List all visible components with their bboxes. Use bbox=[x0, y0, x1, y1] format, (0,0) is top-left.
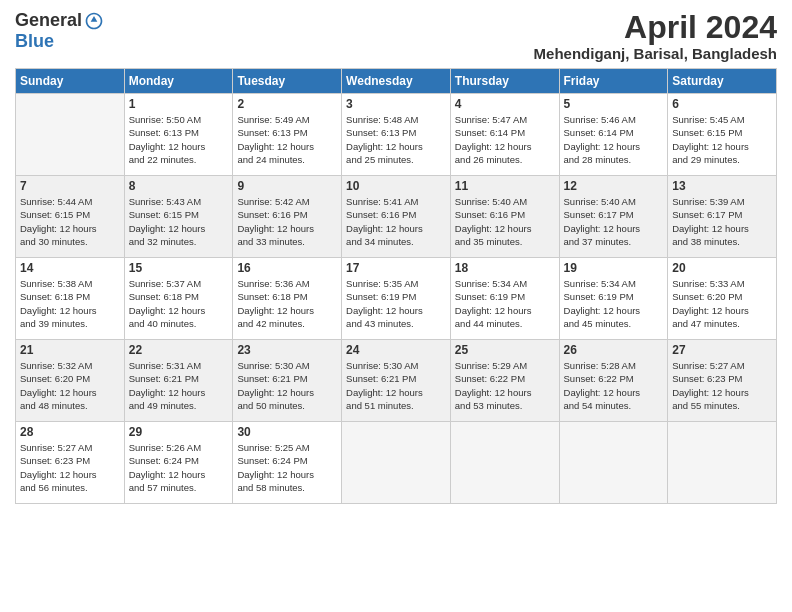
day-number: 1 bbox=[129, 97, 229, 111]
table-row: 24Sunrise: 5:30 AM Sunset: 6:21 PM Dayli… bbox=[342, 340, 451, 422]
day-number: 13 bbox=[672, 179, 772, 193]
logo-icon bbox=[84, 11, 104, 31]
table-row: 21Sunrise: 5:32 AM Sunset: 6:20 PM Dayli… bbox=[16, 340, 125, 422]
header-wednesday: Wednesday bbox=[342, 69, 451, 94]
day-info: Sunrise: 5:50 AM Sunset: 6:13 PM Dayligh… bbox=[129, 113, 229, 166]
table-row: 9Sunrise: 5:42 AM Sunset: 6:16 PM Daylig… bbox=[233, 176, 342, 258]
day-number: 20 bbox=[672, 261, 772, 275]
day-info: Sunrise: 5:45 AM Sunset: 6:15 PM Dayligh… bbox=[672, 113, 772, 166]
table-row: 26Sunrise: 5:28 AM Sunset: 6:22 PM Dayli… bbox=[559, 340, 668, 422]
day-info: Sunrise: 5:30 AM Sunset: 6:21 PM Dayligh… bbox=[237, 359, 337, 412]
header-thursday: Thursday bbox=[450, 69, 559, 94]
logo: General Blue bbox=[15, 10, 104, 52]
day-info: Sunrise: 5:39 AM Sunset: 6:17 PM Dayligh… bbox=[672, 195, 772, 248]
day-number: 27 bbox=[672, 343, 772, 357]
day-number: 28 bbox=[20, 425, 120, 439]
month-title: April 2024 bbox=[534, 10, 777, 45]
day-number: 5 bbox=[564, 97, 664, 111]
calendar-week-row: 1Sunrise: 5:50 AM Sunset: 6:13 PM Daylig… bbox=[16, 94, 777, 176]
day-number: 7 bbox=[20, 179, 120, 193]
day-info: Sunrise: 5:33 AM Sunset: 6:20 PM Dayligh… bbox=[672, 277, 772, 330]
table-row: 16Sunrise: 5:36 AM Sunset: 6:18 PM Dayli… bbox=[233, 258, 342, 340]
table-row: 10Sunrise: 5:41 AM Sunset: 6:16 PM Dayli… bbox=[342, 176, 451, 258]
day-number: 24 bbox=[346, 343, 446, 357]
day-number: 21 bbox=[20, 343, 120, 357]
table-row: 17Sunrise: 5:35 AM Sunset: 6:19 PM Dayli… bbox=[342, 258, 451, 340]
table-row: 20Sunrise: 5:33 AM Sunset: 6:20 PM Dayli… bbox=[668, 258, 777, 340]
day-info: Sunrise: 5:28 AM Sunset: 6:22 PM Dayligh… bbox=[564, 359, 664, 412]
day-number: 26 bbox=[564, 343, 664, 357]
day-number: 22 bbox=[129, 343, 229, 357]
day-number: 9 bbox=[237, 179, 337, 193]
table-row bbox=[559, 422, 668, 504]
day-number: 6 bbox=[672, 97, 772, 111]
day-info: Sunrise: 5:43 AM Sunset: 6:15 PM Dayligh… bbox=[129, 195, 229, 248]
table-row: 13Sunrise: 5:39 AM Sunset: 6:17 PM Dayli… bbox=[668, 176, 777, 258]
day-info: Sunrise: 5:46 AM Sunset: 6:14 PM Dayligh… bbox=[564, 113, 664, 166]
day-info: Sunrise: 5:44 AM Sunset: 6:15 PM Dayligh… bbox=[20, 195, 120, 248]
day-info: Sunrise: 5:40 AM Sunset: 6:16 PM Dayligh… bbox=[455, 195, 555, 248]
table-row: 5Sunrise: 5:46 AM Sunset: 6:14 PM Daylig… bbox=[559, 94, 668, 176]
table-row: 22Sunrise: 5:31 AM Sunset: 6:21 PM Dayli… bbox=[124, 340, 233, 422]
calendar-table: Sunday Monday Tuesday Wednesday Thursday… bbox=[15, 68, 777, 504]
day-number: 4 bbox=[455, 97, 555, 111]
header-monday: Monday bbox=[124, 69, 233, 94]
table-row: 1Sunrise: 5:50 AM Sunset: 6:13 PM Daylig… bbox=[124, 94, 233, 176]
day-info: Sunrise: 5:42 AM Sunset: 6:16 PM Dayligh… bbox=[237, 195, 337, 248]
day-number: 14 bbox=[20, 261, 120, 275]
header-saturday: Saturday bbox=[668, 69, 777, 94]
day-info: Sunrise: 5:37 AM Sunset: 6:18 PM Dayligh… bbox=[129, 277, 229, 330]
table-row: 15Sunrise: 5:37 AM Sunset: 6:18 PM Dayli… bbox=[124, 258, 233, 340]
table-row: 14Sunrise: 5:38 AM Sunset: 6:18 PM Dayli… bbox=[16, 258, 125, 340]
header: General Blue April 2024 Mehendiganj, Bar… bbox=[15, 10, 777, 62]
header-sunday: Sunday bbox=[16, 69, 125, 94]
day-number: 11 bbox=[455, 179, 555, 193]
table-row: 2Sunrise: 5:49 AM Sunset: 6:13 PM Daylig… bbox=[233, 94, 342, 176]
table-row: 28Sunrise: 5:27 AM Sunset: 6:23 PM Dayli… bbox=[16, 422, 125, 504]
day-info: Sunrise: 5:34 AM Sunset: 6:19 PM Dayligh… bbox=[564, 277, 664, 330]
header-friday: Friday bbox=[559, 69, 668, 94]
day-info: Sunrise: 5:30 AM Sunset: 6:21 PM Dayligh… bbox=[346, 359, 446, 412]
day-number: 18 bbox=[455, 261, 555, 275]
day-number: 30 bbox=[237, 425, 337, 439]
day-info: Sunrise: 5:25 AM Sunset: 6:24 PM Dayligh… bbox=[237, 441, 337, 494]
table-row: 7Sunrise: 5:44 AM Sunset: 6:15 PM Daylig… bbox=[16, 176, 125, 258]
calendar-week-row: 28Sunrise: 5:27 AM Sunset: 6:23 PM Dayli… bbox=[16, 422, 777, 504]
day-info: Sunrise: 5:35 AM Sunset: 6:19 PM Dayligh… bbox=[346, 277, 446, 330]
day-info: Sunrise: 5:49 AM Sunset: 6:13 PM Dayligh… bbox=[237, 113, 337, 166]
day-number: 2 bbox=[237, 97, 337, 111]
day-number: 10 bbox=[346, 179, 446, 193]
day-info: Sunrise: 5:40 AM Sunset: 6:17 PM Dayligh… bbox=[564, 195, 664, 248]
table-row: 25Sunrise: 5:29 AM Sunset: 6:22 PM Dayli… bbox=[450, 340, 559, 422]
calendar-header-row: Sunday Monday Tuesday Wednesday Thursday… bbox=[16, 69, 777, 94]
day-number: 17 bbox=[346, 261, 446, 275]
day-number: 19 bbox=[564, 261, 664, 275]
table-row: 30Sunrise: 5:25 AM Sunset: 6:24 PM Dayli… bbox=[233, 422, 342, 504]
day-info: Sunrise: 5:48 AM Sunset: 6:13 PM Dayligh… bbox=[346, 113, 446, 166]
day-info: Sunrise: 5:26 AM Sunset: 6:24 PM Dayligh… bbox=[129, 441, 229, 494]
table-row: 18Sunrise: 5:34 AM Sunset: 6:19 PM Dayli… bbox=[450, 258, 559, 340]
header-tuesday: Tuesday bbox=[233, 69, 342, 94]
day-number: 3 bbox=[346, 97, 446, 111]
title-block: April 2024 Mehendiganj, Barisal, Banglad… bbox=[534, 10, 777, 62]
logo-general: General bbox=[15, 10, 82, 31]
day-number: 8 bbox=[129, 179, 229, 193]
table-row: 23Sunrise: 5:30 AM Sunset: 6:21 PM Dayli… bbox=[233, 340, 342, 422]
table-row: 6Sunrise: 5:45 AM Sunset: 6:15 PM Daylig… bbox=[668, 94, 777, 176]
day-number: 25 bbox=[455, 343, 555, 357]
day-number: 29 bbox=[129, 425, 229, 439]
day-info: Sunrise: 5:34 AM Sunset: 6:19 PM Dayligh… bbox=[455, 277, 555, 330]
day-info: Sunrise: 5:41 AM Sunset: 6:16 PM Dayligh… bbox=[346, 195, 446, 248]
calendar-week-row: 14Sunrise: 5:38 AM Sunset: 6:18 PM Dayli… bbox=[16, 258, 777, 340]
day-number: 16 bbox=[237, 261, 337, 275]
table-row bbox=[16, 94, 125, 176]
day-info: Sunrise: 5:29 AM Sunset: 6:22 PM Dayligh… bbox=[455, 359, 555, 412]
table-row: 8Sunrise: 5:43 AM Sunset: 6:15 PM Daylig… bbox=[124, 176, 233, 258]
table-row: 27Sunrise: 5:27 AM Sunset: 6:23 PM Dayli… bbox=[668, 340, 777, 422]
table-row: 29Sunrise: 5:26 AM Sunset: 6:24 PM Dayli… bbox=[124, 422, 233, 504]
table-row bbox=[450, 422, 559, 504]
day-info: Sunrise: 5:36 AM Sunset: 6:18 PM Dayligh… bbox=[237, 277, 337, 330]
day-number: 15 bbox=[129, 261, 229, 275]
day-number: 12 bbox=[564, 179, 664, 193]
table-row: 4Sunrise: 5:47 AM Sunset: 6:14 PM Daylig… bbox=[450, 94, 559, 176]
